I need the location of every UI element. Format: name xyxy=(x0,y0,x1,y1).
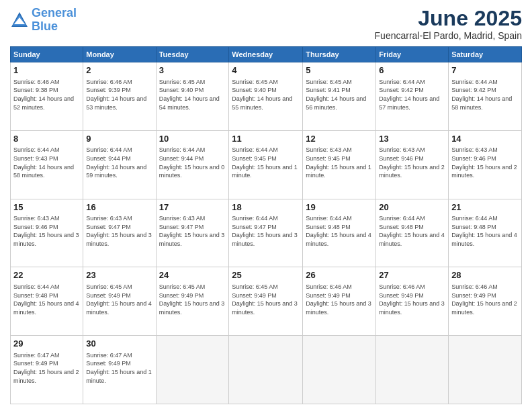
day-number: 16 xyxy=(86,201,152,214)
day-number: 27 xyxy=(379,269,445,281)
table-row: 10 Sunrise: 6:44 AM Sunset: 9:44 PM Dayl… xyxy=(156,130,229,199)
table-row: 27 Sunrise: 6:46 AM Sunset: 9:49 PM Dayl… xyxy=(376,267,449,336)
col-wednesday: Wednesday xyxy=(229,47,303,62)
table-row xyxy=(229,336,303,404)
calendar-row: 15 Sunrise: 6:43 AM Sunset: 9:46 PM Dayl… xyxy=(11,199,522,267)
table-row: 9 Sunrise: 6:44 AM Sunset: 9:44 PM Dayli… xyxy=(83,130,156,199)
day-info: Sunrise: 6:45 AM Sunset: 9:49 PM Dayligh… xyxy=(159,283,226,316)
table-row: 15 Sunrise: 6:43 AM Sunset: 9:46 PM Dayl… xyxy=(11,199,83,267)
day-number: 17 xyxy=(159,201,226,214)
table-row: 23 Sunrise: 6:45 AM Sunset: 9:49 PM Dayl… xyxy=(83,267,156,336)
table-row: 21 Sunrise: 6:44 AM Sunset: 9:48 PM Dayl… xyxy=(449,199,522,267)
calendar-row: 29 Sunrise: 6:47 AM Sunset: 9:49 PM Dayl… xyxy=(11,336,522,404)
table-row: 2 Sunrise: 6:46 AM Sunset: 9:39 PM Dayli… xyxy=(83,62,156,131)
table-row xyxy=(156,336,229,404)
table-row: 8 Sunrise: 6:44 AM Sunset: 9:43 PM Dayli… xyxy=(11,130,83,199)
day-number: 4 xyxy=(232,64,300,77)
day-info: Sunrise: 6:44 AM Sunset: 9:48 PM Dayligh… xyxy=(379,214,445,248)
day-info: Sunrise: 6:47 AM Sunset: 9:49 PM Dayligh… xyxy=(86,351,152,385)
table-row: 6 Sunrise: 6:44 AM Sunset: 9:42 PM Dayli… xyxy=(376,62,449,131)
day-info: Sunrise: 6:44 AM Sunset: 9:42 PM Dayligh… xyxy=(451,78,519,111)
day-number: 6 xyxy=(379,64,445,77)
day-number: 21 xyxy=(451,201,519,214)
day-info: Sunrise: 6:43 AM Sunset: 9:46 PM Dayligh… xyxy=(13,214,80,248)
table-row: 20 Sunrise: 6:44 AM Sunset: 9:48 PM Dayl… xyxy=(376,199,449,267)
day-info: Sunrise: 6:45 AM Sunset: 9:49 PM Dayligh… xyxy=(232,283,300,316)
day-info: Sunrise: 6:44 AM Sunset: 9:47 PM Dayligh… xyxy=(232,214,300,248)
subtitle: Fuencarral-El Pardo, Madrid, Spain xyxy=(375,30,522,41)
day-number: 18 xyxy=(232,201,300,214)
day-info: Sunrise: 6:44 AM Sunset: 9:48 PM Dayligh… xyxy=(306,214,373,248)
col-saturday: Saturday xyxy=(449,47,522,62)
day-number: 3 xyxy=(159,64,226,77)
day-info: Sunrise: 6:46 AM Sunset: 9:38 PM Dayligh… xyxy=(13,78,80,111)
day-number: 1 xyxy=(13,64,80,77)
logo-general: General xyxy=(32,6,77,19)
day-number: 22 xyxy=(13,269,80,281)
table-row: 29 Sunrise: 6:47 AM Sunset: 9:49 PM Dayl… xyxy=(11,336,83,404)
day-info: Sunrise: 6:47 AM Sunset: 9:49 PM Dayligh… xyxy=(13,351,80,385)
day-info: Sunrise: 6:44 AM Sunset: 9:44 PM Dayligh… xyxy=(86,146,152,179)
day-number: 29 xyxy=(13,338,80,350)
page: General Blue June 2025 Fuencarral-El Par… xyxy=(0,0,532,411)
table-row: 17 Sunrise: 6:43 AM Sunset: 9:47 PM Dayl… xyxy=(156,199,229,267)
table-row: 4 Sunrise: 6:45 AM Sunset: 9:40 PM Dayli… xyxy=(229,62,303,131)
table-row: 12 Sunrise: 6:43 AM Sunset: 9:45 PM Dayl… xyxy=(303,130,376,199)
day-info: Sunrise: 6:44 AM Sunset: 9:48 PM Dayligh… xyxy=(13,283,80,316)
table-row: 7 Sunrise: 6:44 AM Sunset: 9:42 PM Dayli… xyxy=(449,62,522,131)
col-monday: Monday xyxy=(83,47,156,62)
day-number: 12 xyxy=(306,133,373,145)
table-row: 13 Sunrise: 6:43 AM Sunset: 9:46 PM Dayl… xyxy=(376,130,449,199)
day-info: Sunrise: 6:45 AM Sunset: 9:41 PM Dayligh… xyxy=(306,78,373,111)
logo: General Blue xyxy=(10,7,77,34)
header-row: Sunday Monday Tuesday Wednesday Thursday… xyxy=(11,47,522,62)
main-title: June 2025 xyxy=(375,7,522,30)
day-info: Sunrise: 6:44 AM Sunset: 9:44 PM Dayligh… xyxy=(159,146,226,179)
day-number: 9 xyxy=(86,133,152,145)
day-number: 13 xyxy=(379,133,445,145)
day-number: 24 xyxy=(159,269,226,281)
logo-blue: Blue xyxy=(32,20,77,34)
logo-icon xyxy=(10,11,29,30)
day-number: 30 xyxy=(86,338,152,350)
day-info: Sunrise: 6:45 AM Sunset: 9:49 PM Dayligh… xyxy=(86,283,152,316)
day-info: Sunrise: 6:44 AM Sunset: 9:45 PM Dayligh… xyxy=(232,146,300,179)
table-row: 26 Sunrise: 6:46 AM Sunset: 9:49 PM Dayl… xyxy=(303,267,376,336)
col-tuesday: Tuesday xyxy=(156,47,229,62)
day-info: Sunrise: 6:43 AM Sunset: 9:46 PM Dayligh… xyxy=(451,146,519,179)
day-info: Sunrise: 6:44 AM Sunset: 9:43 PM Dayligh… xyxy=(13,146,80,179)
day-number: 26 xyxy=(306,269,373,281)
day-number: 15 xyxy=(13,201,80,214)
table-row xyxy=(376,336,449,404)
calendar-row: 8 Sunrise: 6:44 AM Sunset: 9:43 PM Dayli… xyxy=(11,130,522,199)
calendar-table: Sunday Monday Tuesday Wednesday Thursday… xyxy=(10,46,522,404)
table-row: 25 Sunrise: 6:45 AM Sunset: 9:49 PM Dayl… xyxy=(229,267,303,336)
table-row: 1 Sunrise: 6:46 AM Sunset: 9:38 PM Dayli… xyxy=(11,62,83,131)
day-number: 14 xyxy=(451,133,519,145)
day-info: Sunrise: 6:46 AM Sunset: 9:49 PM Dayligh… xyxy=(451,283,519,316)
title-block: June 2025 Fuencarral-El Pardo, Madrid, S… xyxy=(375,7,522,41)
day-info: Sunrise: 6:44 AM Sunset: 9:48 PM Dayligh… xyxy=(451,214,519,248)
table-row: 14 Sunrise: 6:43 AM Sunset: 9:46 PM Dayl… xyxy=(449,130,522,199)
col-friday: Friday xyxy=(376,47,449,62)
day-info: Sunrise: 6:43 AM Sunset: 9:45 PM Dayligh… xyxy=(306,146,373,179)
day-number: 20 xyxy=(379,201,445,214)
table-row xyxy=(303,336,376,404)
day-number: 19 xyxy=(306,201,373,214)
day-number: 7 xyxy=(451,64,519,77)
day-number: 28 xyxy=(451,269,519,281)
day-number: 11 xyxy=(232,133,300,145)
logo-text: General Blue xyxy=(32,7,77,34)
table-row: 3 Sunrise: 6:45 AM Sunset: 9:40 PM Dayli… xyxy=(156,62,229,131)
table-row: 22 Sunrise: 6:44 AM Sunset: 9:48 PM Dayl… xyxy=(11,267,83,336)
day-info: Sunrise: 6:43 AM Sunset: 9:46 PM Dayligh… xyxy=(379,146,445,179)
table-row: 18 Sunrise: 6:44 AM Sunset: 9:47 PM Dayl… xyxy=(229,199,303,267)
day-info: Sunrise: 6:46 AM Sunset: 9:49 PM Dayligh… xyxy=(306,283,373,316)
day-info: Sunrise: 6:46 AM Sunset: 9:49 PM Dayligh… xyxy=(379,283,445,316)
table-row: 24 Sunrise: 6:45 AM Sunset: 9:49 PM Dayl… xyxy=(156,267,229,336)
day-number: 23 xyxy=(86,269,152,281)
table-row: 19 Sunrise: 6:44 AM Sunset: 9:48 PM Dayl… xyxy=(303,199,376,267)
day-number: 8 xyxy=(13,133,80,145)
header: General Blue June 2025 Fuencarral-El Par… xyxy=(10,7,522,41)
day-info: Sunrise: 6:45 AM Sunset: 9:40 PM Dayligh… xyxy=(232,78,300,111)
